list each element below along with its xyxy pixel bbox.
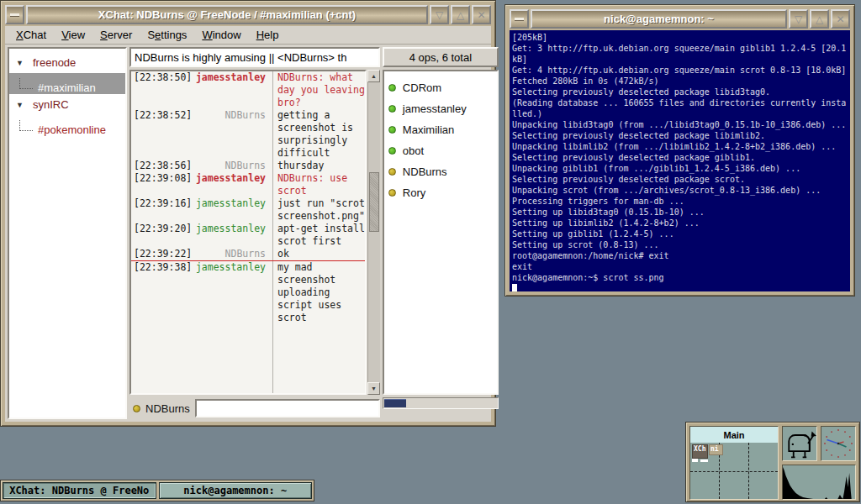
clock-widget xyxy=(821,426,856,461)
tree-label: freenode xyxy=(33,56,76,69)
op-status-icon xyxy=(388,147,396,155)
tree-label: synIRC xyxy=(33,98,69,111)
scroll-down-icon[interactable]: ▼ xyxy=(367,382,380,395)
shade-button[interactable]: ▽ xyxy=(430,5,449,24)
clock-icon xyxy=(821,427,855,460)
chat-scrollbar[interactable]: ▲ ▼ xyxy=(367,70,380,395)
user-obot[interactable]: obot xyxy=(388,140,493,161)
tree-item-synIRC[interactable]: ▼synIRC xyxy=(9,94,125,115)
userlist-hscrollbar[interactable] xyxy=(383,397,499,409)
terminal-titlebar[interactable]: nick@agamemnon: ~ ▽ △ ✕ xyxy=(510,9,850,29)
scroll-up-icon[interactable]: ▲ xyxy=(367,70,380,82)
user-maximilian[interactable]: Maximilian xyxy=(388,119,493,140)
message-text: NDBurns: what day you leaving bro? xyxy=(271,71,365,109)
chat-wrap: [22:38:50]jamesstanleyNDBurns: what day … xyxy=(129,70,380,395)
terminal-screen[interactable]: [205kB] Get: 3 http://ftp.uk.debian.org … xyxy=(510,30,850,291)
timestamp: [22:39:20] xyxy=(131,223,193,248)
menu-server[interactable]: Server xyxy=(92,27,140,43)
timestamp: [22:39:38] xyxy=(131,261,193,324)
xchat-window-title: XChat: NDBurns @ FreeNode / #maximilian … xyxy=(26,5,428,24)
pager-mini-window[interactable]: XCh xyxy=(692,444,708,459)
mailbox-widget xyxy=(782,426,817,461)
maximize-button[interactable]: △ xyxy=(810,9,829,29)
topic-input[interactable] xyxy=(129,47,380,67)
xchat-titlebar[interactable]: XChat: NDBurns @ FreeNode / #maximilian … xyxy=(5,5,491,24)
branch-line xyxy=(19,120,33,131)
voice-status-icon xyxy=(388,189,396,197)
chat-scrollbar-track[interactable] xyxy=(367,82,380,382)
fvwm-panel: Main XChni xyxy=(685,422,860,502)
taskbar-button[interactable]: XChat: NDBurns @ FreeNo xyxy=(3,482,156,499)
user-name: NDBurns xyxy=(403,165,447,178)
xchat-window: XChat: NDBurns @ FreeNode / #maximilian … xyxy=(0,0,496,427)
xchat-main: ▼freenode#maximilian▼synIRC#pokemonline … xyxy=(5,45,491,422)
taskbar-button[interactable]: nick@agamemnon: ~ xyxy=(159,482,313,499)
chat-scrollbar-thumb[interactable] xyxy=(369,172,379,232)
user-name: obot xyxy=(403,144,424,157)
iconify-button[interactable] xyxy=(510,9,529,29)
menu-help[interactable]: Help xyxy=(249,27,287,43)
channel-tree[interactable]: ▼freenode#maximilian▼synIRC#pokemonline xyxy=(8,47,127,419)
user-ndburns[interactable]: NDBurns xyxy=(388,161,493,182)
close-button[interactable]: ✕ xyxy=(472,5,491,24)
user-jamesstanley[interactable]: jamesstanley xyxy=(388,98,493,119)
expander-icon: ▼ xyxy=(16,59,26,67)
menu-window[interactable]: Window xyxy=(194,27,248,43)
iconify-icon xyxy=(10,13,19,16)
nick: NDBurns xyxy=(193,160,271,172)
userlist[interactable]: CDRomjamesstanleyMaximilianobotNDBurnsRo… xyxy=(383,70,499,395)
shade-button[interactable]: ▽ xyxy=(789,9,808,29)
timestamp: [22:39:08] xyxy=(131,172,193,197)
message-text: my mad screenshot uploading script uses … xyxy=(271,261,365,324)
message-text: thursday xyxy=(271,160,365,172)
message-input[interactable] xyxy=(195,399,380,417)
user-count-label: 4 ops, 6 total xyxy=(383,47,499,67)
close-button[interactable]: ✕ xyxy=(831,9,850,29)
iconify-icon xyxy=(515,18,524,20)
message-text: apt-get install scrot first xyxy=(271,223,365,248)
nick: jamesstanley xyxy=(193,223,271,248)
panel-right-block xyxy=(782,426,856,500)
terminal-window-title: nick@agamemnon: ~ xyxy=(531,9,787,29)
menu-xchat[interactable]: XChat xyxy=(8,27,54,43)
timestamp: [22:38:50] xyxy=(131,71,193,109)
taskbar: XChat: NDBurns @ FreeNonick@agamemnon: ~ xyxy=(0,480,314,501)
xchat-client-area: XChatViewServerSettingsWindowHelp ▼freen… xyxy=(5,26,491,422)
op-status-icon xyxy=(388,84,396,92)
pager-mini-window[interactable]: ni xyxy=(709,444,723,455)
op-status-icon xyxy=(388,126,396,134)
user-cdrom[interactable]: CDRom xyxy=(388,77,493,98)
timestamp: [22:39:22] xyxy=(131,248,193,260)
tree-item-freenode[interactable]: ▼freenode xyxy=(9,52,125,73)
pager-mini-panel xyxy=(700,459,708,462)
iconify-button[interactable] xyxy=(5,5,24,24)
input-row: NDBurns xyxy=(129,397,380,419)
tree-item-pokemonline[interactable]: #pokemonline xyxy=(9,115,125,136)
op-status-icon xyxy=(388,105,396,113)
tree-label: #pokemonline xyxy=(38,123,106,136)
nick: jamesstanley xyxy=(193,172,271,197)
user-rory[interactable]: Rory xyxy=(388,182,493,203)
branch-line xyxy=(19,78,33,89)
nick-label: NDBurns xyxy=(145,402,190,415)
tree-item-maximilian[interactable]: #maximilian xyxy=(9,73,125,94)
mailbox-icon xyxy=(783,427,816,460)
menu-settings[interactable]: Settings xyxy=(140,27,194,43)
terminal-cursor xyxy=(512,284,517,291)
xchat-center: 4 ops, 6 total [22:38:50]jamesstanleyNDB… xyxy=(129,47,499,419)
desktop: XChat: NDBurns @ FreeNode / #maximilian … xyxy=(0,0,861,504)
nick: jamesstanley xyxy=(193,261,271,324)
menu-view[interactable]: View xyxy=(54,27,92,43)
xload-widget xyxy=(782,465,856,500)
message-text: getting a screenshot is surprisingly dif… xyxy=(271,109,365,160)
close-icon: ✕ xyxy=(836,14,844,24)
pager-grid-line xyxy=(690,471,778,472)
nick: jamesstanley xyxy=(193,71,271,109)
pager-desktop-grid[interactable]: XChni xyxy=(690,443,778,499)
maximize-button[interactable]: △ xyxy=(451,5,470,24)
user-name: CDRom xyxy=(403,81,441,94)
userlist-hscrollbar-thumb[interactable] xyxy=(384,399,406,407)
pager[interactable]: Main XChni xyxy=(689,426,779,500)
nick-message-divider xyxy=(272,71,273,393)
close-icon: ✕ xyxy=(477,10,485,20)
